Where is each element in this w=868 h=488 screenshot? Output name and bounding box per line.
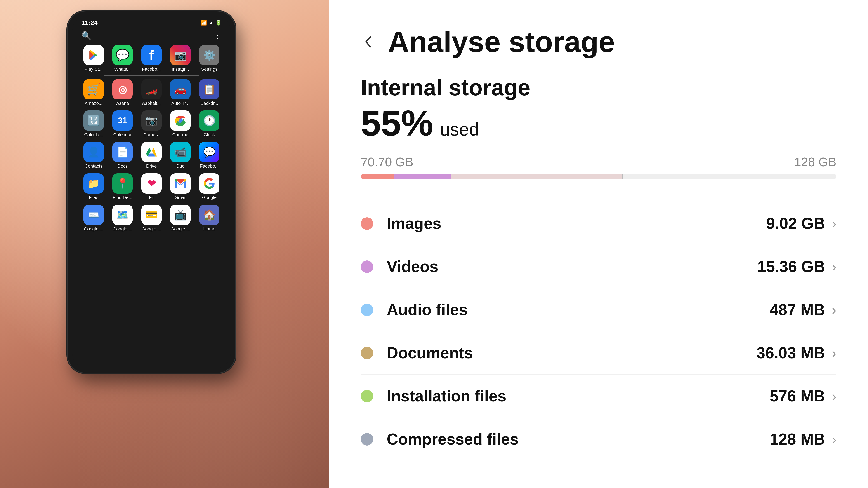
app-icon-calendar: 31 bbox=[112, 110, 133, 131]
list-item[interactable]: 💳 Google ... bbox=[139, 205, 164, 232]
section-title: Internal storage bbox=[361, 74, 836, 101]
app-icon-autotr: 🚗 bbox=[170, 79, 191, 99]
storage-item-documents[interactable]: Documents 36.03 MB › bbox=[361, 331, 836, 375]
list-item[interactable]: 🕐 Clock bbox=[197, 110, 222, 137]
bar-segment-videos bbox=[394, 174, 451, 180]
app-label-docs: Docs bbox=[117, 164, 128, 169]
list-item[interactable]: Play St... bbox=[81, 45, 106, 72]
app-label-chrome: Chrome bbox=[172, 132, 188, 137]
chevron-right-icon: › bbox=[832, 302, 836, 318]
app-icon-backdrop: 📋 bbox=[199, 79, 219, 99]
bar-segment-images bbox=[361, 174, 394, 180]
search-icon[interactable]: 🔍 bbox=[81, 31, 92, 40]
usage-percent: 55% bbox=[361, 105, 433, 141]
item-size-audio: 487 MB bbox=[770, 301, 825, 319]
list-item[interactable]: 🔢 Calcula... bbox=[81, 110, 106, 137]
list-item[interactable]: ◎ Asana bbox=[110, 79, 135, 106]
app-icon-amazon: 🛒 bbox=[84, 79, 104, 99]
app-label-clock: Clock bbox=[204, 132, 215, 137]
back-button[interactable] bbox=[361, 34, 377, 50]
list-item[interactable]: Gmail bbox=[168, 173, 193, 200]
app-icon-messenger: 💬 bbox=[199, 142, 219, 162]
list-item[interactable]: 📋 Backdr... bbox=[197, 79, 222, 106]
storage-numbers: 70.70 GB 128 GB bbox=[361, 155, 836, 169]
dot-videos bbox=[361, 260, 373, 273]
app-label-backdrop: Backdr... bbox=[200, 101, 218, 106]
list-item[interactable]: ⌨️ Google ... bbox=[81, 205, 106, 232]
app-icon-fit: ❤ bbox=[141, 173, 162, 194]
list-item[interactable]: 🚗 Auto Tr... bbox=[168, 79, 193, 106]
battery-icon: 🔋 bbox=[215, 20, 221, 26]
app-row-4: 👤 Contacts 📄 Docs Drive bbox=[72, 140, 230, 171]
app-icon-clock: 🕐 bbox=[199, 110, 219, 131]
chevron-right-icon: › bbox=[832, 388, 836, 404]
right-panel: Analyse storage Internal storage 55% use… bbox=[329, 0, 868, 488]
list-item[interactable]: 📄 Docs bbox=[110, 142, 135, 169]
list-item[interactable]: Chrome bbox=[168, 110, 193, 137]
app-label-duo: Duo bbox=[176, 164, 185, 169]
list-item[interactable]: 📍 Find De... bbox=[110, 173, 135, 200]
app-label-messenger: Facebo... bbox=[200, 164, 219, 169]
list-item[interactable]: Google bbox=[197, 173, 222, 200]
list-item[interactable]: 📺 Google ... bbox=[168, 205, 193, 232]
app-icon-asana: ◎ bbox=[112, 79, 133, 99]
app-label-instagram: Instagr... bbox=[172, 67, 189, 72]
app-label-files: Files bbox=[89, 195, 98, 200]
list-item[interactable]: Drive bbox=[139, 142, 164, 169]
app-label-calculator: Calcula... bbox=[84, 132, 103, 137]
storage-item-images[interactable]: Images 9.02 GB › bbox=[361, 202, 836, 245]
app-icon-whatsapp: 💬 bbox=[112, 45, 133, 65]
list-item[interactable]: 31 Calendar bbox=[110, 110, 135, 137]
list-item[interactable]: ❤ Fit bbox=[139, 173, 164, 200]
page-title: Analyse storage bbox=[388, 27, 615, 57]
app-label-google: Google bbox=[202, 195, 217, 200]
app-grid-header: 🔍 ⋮ bbox=[72, 29, 230, 43]
chevron-right-icon: › bbox=[832, 431, 836, 447]
app-icon-facebook: f bbox=[141, 45, 162, 65]
app-icon-camera: 📷 bbox=[141, 110, 162, 131]
list-item[interactable]: 📷 Camera bbox=[139, 110, 164, 137]
status-time: 11:24 bbox=[81, 19, 98, 26]
list-item[interactable]: 🏎️ Asphalt... bbox=[139, 79, 164, 106]
app-label-asana: Asana bbox=[116, 101, 129, 106]
item-name-images: Images bbox=[387, 215, 766, 232]
app-label-gpay: Google ... bbox=[142, 226, 161, 232]
chevron-right-icon: › bbox=[832, 216, 836, 231]
storage-item-compressed[interactable]: Compressed files 128 MB › bbox=[361, 418, 836, 461]
list-item[interactable]: 🗺️ Google ... bbox=[110, 205, 135, 232]
app-row-1: Play St... 💬 Whats... f Facebo... bbox=[72, 43, 230, 74]
list-item[interactable]: 🏠 Home bbox=[197, 205, 222, 232]
kebab-menu-icon[interactable]: ⋮ bbox=[213, 31, 221, 40]
app-icon-contacts: 👤 bbox=[84, 142, 104, 162]
app-icon-gmail bbox=[170, 173, 191, 194]
list-item[interactable]: ⚙️ Settings bbox=[197, 45, 222, 72]
dot-documents bbox=[361, 347, 373, 359]
list-item[interactable]: 📁 Files bbox=[81, 173, 106, 200]
app-label-keyboard: Google ... bbox=[84, 226, 103, 232]
app-label-contacts: Contacts bbox=[85, 164, 103, 169]
phone-body: 11:24 📶 ▲ 🔋 🔍 ⋮ bbox=[68, 11, 235, 373]
app-label-settings: Settings bbox=[201, 67, 217, 72]
app-icon-google bbox=[199, 173, 219, 194]
app-icon-home: 🏠 bbox=[199, 205, 219, 225]
list-item[interactable]: 💬 Whats... bbox=[110, 45, 135, 72]
storage-item-audio[interactable]: Audio files 487 MB › bbox=[361, 288, 836, 331]
storage-item-installation[interactable]: Installation files 576 MB › bbox=[361, 375, 836, 418]
list-item[interactable]: 📹 Duo bbox=[168, 142, 193, 169]
list-item[interactable]: 📷 Instagr... bbox=[168, 45, 193, 72]
list-item[interactable]: 🛒 Amazo... bbox=[81, 79, 106, 106]
app-label-asphalt: Asphalt... bbox=[142, 101, 161, 106]
list-item[interactable]: 💬 Facebo... bbox=[197, 142, 222, 169]
app-icon-googletv: 📺 bbox=[170, 205, 191, 225]
app-icon-finddevice: 📍 bbox=[112, 173, 133, 194]
app-icon-chrome bbox=[170, 110, 191, 131]
item-size-compressed: 128 MB bbox=[770, 430, 825, 448]
item-size-installation: 576 MB bbox=[770, 387, 825, 405]
list-item[interactable]: 👤 Contacts bbox=[81, 142, 106, 169]
app-row-6: ⌨️ Google ... 🗺️ Google ... 💳 bbox=[72, 202, 230, 234]
app-label-drive: Drive bbox=[146, 164, 157, 169]
storage-item-videos[interactable]: Videos 15.36 GB › bbox=[361, 245, 836, 288]
list-item[interactable]: f Facebo... bbox=[139, 45, 164, 72]
app-icon-files: 📁 bbox=[84, 173, 104, 194]
item-size-videos: 15.36 GB bbox=[757, 258, 825, 275]
